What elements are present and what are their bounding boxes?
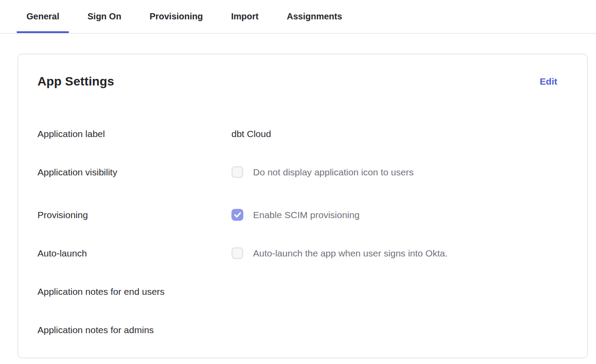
- notes-end-users-label: Application notes for end users: [37, 285, 231, 298]
- application-visibility-option-label: Do not display application icon to users: [253, 165, 413, 179]
- tab-import[interactable]: Import: [221, 0, 268, 33]
- edit-button[interactable]: Edit: [540, 76, 557, 87]
- setting-row-application-visibility: Application visibility Do not display ap…: [37, 165, 568, 179]
- tab-provisioning-label: Provisioning: [149, 11, 203, 22]
- setting-row-notes-end-users: Application notes for end users: [37, 285, 568, 298]
- card-header: App Settings Edit: [37, 74, 568, 89]
- tab-assignments-label: Assignments: [287, 11, 343, 22]
- card-title: App Settings: [37, 74, 114, 89]
- application-label-label: Application label: [37, 127, 231, 141]
- provisioning-label: Provisioning: [37, 208, 231, 222]
- auto-launch-checkbox[interactable]: [231, 247, 243, 259]
- scim-provisioning-checkbox[interactable]: [231, 209, 243, 221]
- tab-sign-on[interactable]: Sign On: [78, 0, 131, 33]
- application-label-value: dbt Cloud: [231, 127, 271, 141]
- tab-sign-on-label: Sign On: [87, 11, 121, 22]
- tab-general-label: General: [26, 11, 59, 22]
- auto-launch-label: Auto-launch: [37, 246, 231, 260]
- tab-general[interactable]: General: [17, 0, 69, 33]
- notes-admins-label: Application notes for admins: [37, 323, 231, 337]
- app-settings-card: App Settings Edit Application label dbt …: [18, 54, 588, 358]
- tab-provisioning[interactable]: Provisioning: [140, 0, 212, 33]
- check-icon: [234, 212, 241, 218]
- scim-provisioning-option-label: Enable SCIM provisioning: [253, 208, 360, 222]
- auto-launch-option-label: Auto-launch the app when user signs into…: [253, 246, 447, 260]
- tab-import-label: Import: [231, 11, 258, 22]
- application-visibility-label: Application visibility: [37, 165, 231, 179]
- application-visibility-checkbox[interactable]: [231, 166, 243, 178]
- setting-row-application-label: Application label dbt Cloud: [37, 127, 568, 141]
- tab-assignments[interactable]: Assignments: [277, 0, 352, 33]
- setting-row-auto-launch: Auto-launch Auto-launch the app when use…: [37, 246, 568, 260]
- setting-row-provisioning: Provisioning Enable SCIM provisioning: [37, 208, 568, 222]
- setting-row-notes-admins: Application notes for admins: [37, 323, 568, 337]
- app-tab-bar: General Sign On Provisioning Import Assi…: [0, 0, 596, 33]
- settings-rows: Application label dbt Cloud Application …: [37, 127, 568, 337]
